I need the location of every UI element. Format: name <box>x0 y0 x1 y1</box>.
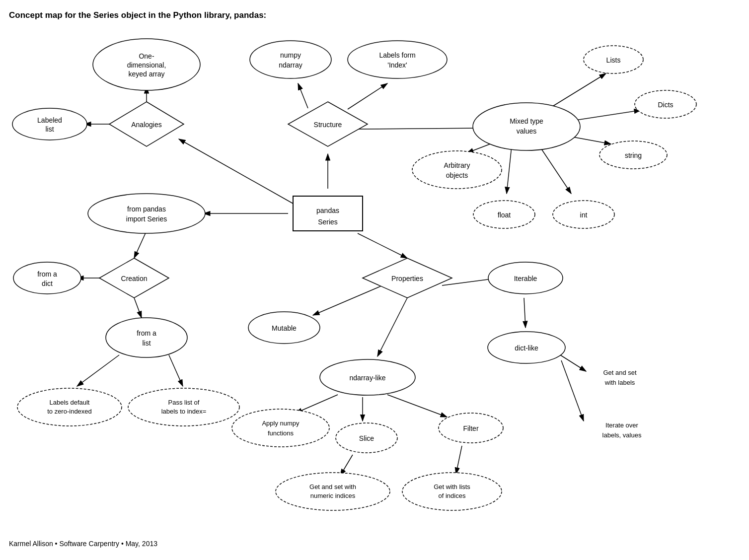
node-creation: Creation <box>99 258 169 298</box>
node-from-list: from a list <box>106 318 187 357</box>
svg-text:Series: Series <box>318 218 338 226</box>
node-ndarray-like: ndarray-like <box>320 359 415 395</box>
node-get-set-labels: Get and set with labels <box>603 369 637 386</box>
svg-text:Labeled: Labeled <box>37 116 62 124</box>
svg-text:float: float <box>498 211 511 219</box>
edge-structure-numpy <box>298 83 308 108</box>
node-int: int <box>553 201 614 228</box>
svg-text:from pandas: from pandas <box>127 205 166 213</box>
svg-text:Dicts: Dicts <box>658 101 673 109</box>
svg-text:from a: from a <box>137 329 156 337</box>
svg-text:Analogies: Analogies <box>131 121 162 129</box>
edge-ndarray-filter <box>387 395 447 417</box>
page-title: Concept map for the Series object in the… <box>9 10 266 20</box>
node-pandas-series: pandas Series <box>293 196 363 231</box>
svg-point-28 <box>12 108 87 140</box>
svg-point-65 <box>232 409 329 447</box>
svg-text:Mutable: Mutable <box>272 324 297 332</box>
svg-text:Arbitrary: Arbitrary <box>444 161 470 169</box>
edge-structure-labels-index <box>348 83 387 109</box>
svg-text:Lists: Lists <box>606 56 621 64</box>
node-iterate-over: Iterate over labels, values <box>602 421 642 439</box>
concept-map-svg: Concept map for the Series object in the… <box>0 0 749 560</box>
edge-properties-ndarray <box>377 298 407 356</box>
diagram-container: Concept map for the Series object in the… <box>0 0 749 560</box>
svg-text:dict: dict <box>42 280 53 287</box>
edge-structure-mixed <box>358 128 482 129</box>
svg-text:numpy: numpy <box>280 51 301 59</box>
svg-text:list: list <box>142 339 150 347</box>
node-slice: Slice <box>336 423 397 453</box>
node-from-dict: from a dict <box>13 262 81 294</box>
node-dicts: Dicts <box>635 90 696 118</box>
svg-text:to zero-indexed: to zero-indexed <box>47 408 92 415</box>
node-float: float <box>473 201 535 228</box>
svg-point-75 <box>402 473 502 510</box>
svg-text:keyed array: keyed array <box>128 70 164 78</box>
svg-text:Get with lists: Get with lists <box>434 483 470 490</box>
edge-list-pass-list <box>169 355 183 386</box>
svg-text:Iterable: Iterable <box>514 275 537 282</box>
svg-text:functions: functions <box>268 429 294 437</box>
node-one-dimensional: One- dimensional, keyed array <box>93 39 200 90</box>
node-pass-list: Pass list of labels to index= <box>128 388 239 426</box>
svg-text:numeric indices: numeric indices <box>310 492 356 499</box>
svg-point-72 <box>276 473 390 510</box>
edge-import-creation <box>134 231 147 258</box>
node-labeled-list: Labeled list <box>12 108 87 140</box>
svg-text:Structure: Structure <box>314 121 342 129</box>
node-labels-form-index: Labels form 'Index' <box>348 41 447 78</box>
svg-point-13 <box>106 318 187 357</box>
svg-text:Pass list of: Pass list of <box>168 399 200 406</box>
node-filter: Filter <box>439 413 503 443</box>
svg-text:One-: One- <box>139 52 154 60</box>
node-apply-numpy: Apply numpy functions <box>232 409 329 447</box>
svg-text:list: list <box>45 125 54 133</box>
edge-creation-list <box>134 298 142 318</box>
svg-text:pandas: pandas <box>316 207 339 214</box>
node-mixed-type-values: Mixed type values <box>473 103 580 150</box>
node-numpy-ndarray: numpy ndarray <box>250 41 331 78</box>
node-string: string <box>599 141 667 169</box>
svg-text:with labels: with labels <box>604 379 635 386</box>
svg-point-19 <box>128 388 239 426</box>
svg-point-16 <box>17 388 122 426</box>
edge-filter-getwithlist <box>456 446 462 474</box>
node-lists: Lists <box>584 46 643 73</box>
svg-text:string: string <box>625 151 642 159</box>
svg-text:Properties: Properties <box>391 275 423 282</box>
svg-text:Filter: Filter <box>463 424 478 432</box>
edge-dictlike-iterate <box>561 360 584 421</box>
svg-point-10 <box>13 262 81 294</box>
edge-list-labels-default <box>77 355 119 386</box>
edge-properties-mutable <box>313 285 382 315</box>
svg-text:int: int <box>580 211 588 219</box>
edge-ndarray-apply <box>296 395 338 413</box>
svg-text:values: values <box>517 127 536 135</box>
svg-text:labels, values: labels, values <box>602 431 642 439</box>
node-iterable: Iterable <box>488 262 563 294</box>
edge-mixed-float <box>507 146 512 194</box>
svg-text:dimensional,: dimensional, <box>127 61 166 69</box>
svg-text:import Series: import Series <box>126 215 167 223</box>
node-structure: Structure <box>288 102 368 146</box>
svg-text:labels to index=: labels to index= <box>161 408 207 415</box>
svg-text:Mixed type: Mixed type <box>510 117 543 125</box>
svg-text:ndarray: ndarray <box>279 61 302 69</box>
svg-point-42 <box>412 151 502 189</box>
svg-point-33 <box>250 41 331 78</box>
svg-text:'Index': 'Index' <box>387 61 407 69</box>
node-analogies: Analogies <box>109 102 184 146</box>
svg-text:from a: from a <box>37 270 57 278</box>
svg-point-36 <box>348 41 447 78</box>
node-mutable: Mutable <box>248 312 320 344</box>
node-dict-like: dict-like <box>488 332 565 363</box>
node-properties: Properties <box>363 258 452 298</box>
edge-series-analogies <box>179 139 293 204</box>
svg-text:ndarray-like: ndarray-like <box>349 374 385 382</box>
svg-text:dict-like: dict-like <box>515 344 538 352</box>
svg-text:Apply numpy: Apply numpy <box>262 420 300 427</box>
svg-text:Get and set: Get and set <box>603 369 637 376</box>
svg-text:Labels form: Labels form <box>379 51 415 59</box>
svg-text:Creation: Creation <box>121 275 148 282</box>
